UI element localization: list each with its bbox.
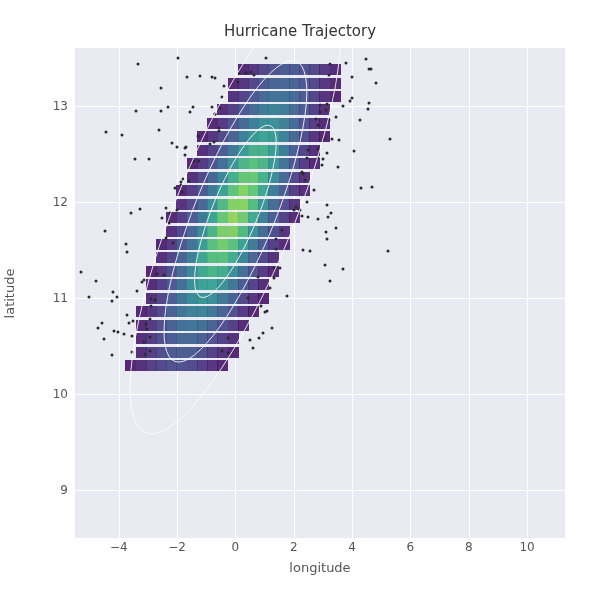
y-tick-label: 11	[28, 291, 68, 305]
x-tick-label: 6	[407, 540, 415, 554]
y-tick-label: 13	[28, 99, 68, 113]
plot-area	[75, 48, 565, 538]
x-tick-label: 10	[519, 540, 534, 554]
contour-line	[164, 61, 307, 363]
x-tick-label: 2	[290, 540, 298, 554]
contour-line	[130, 48, 341, 434]
x-tick-label: −2	[168, 540, 186, 554]
figure: Hurricane Trajectory longitude latitude …	[0, 0, 600, 600]
x-tick-label: 4	[348, 540, 356, 554]
x-tick-label: 8	[465, 540, 473, 554]
x-tick-label: −4	[110, 540, 128, 554]
x-axis-label: longitude	[75, 560, 565, 575]
chart-title: Hurricane Trajectory	[0, 22, 600, 40]
x-tick-label: 0	[232, 540, 240, 554]
contour-line	[195, 125, 277, 297]
y-axis-label: latitude	[0, 48, 20, 538]
y-tick-label: 10	[28, 387, 68, 401]
y-axis-label-text: latitude	[3, 268, 18, 318]
y-tick-label: 9	[28, 483, 68, 497]
y-tick-label: 12	[28, 195, 68, 209]
contour-group	[75, 48, 565, 538]
